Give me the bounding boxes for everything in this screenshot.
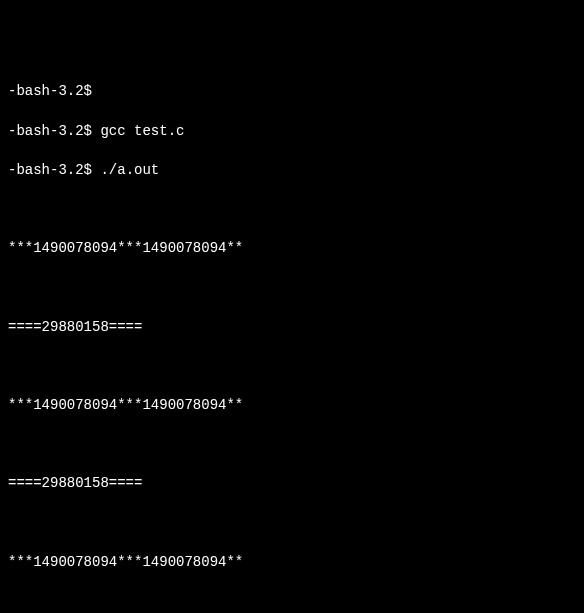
blank-line [8, 200, 576, 220]
blank-line [8, 592, 576, 612]
command-run: ./a.out [100, 162, 159, 178]
output-line-b: ====29880158==== [8, 474, 576, 494]
blank-line [8, 357, 576, 377]
prompt-line-run: -bash-3.2$ ./a.out [8, 161, 576, 181]
command-compile: gcc test.c [100, 123, 184, 139]
prompt-line-compile: -bash-3.2$ gcc test.c [8, 122, 576, 142]
output-line-b: ====29880158==== [8, 318, 576, 338]
blank-line [8, 278, 576, 298]
output-line-a: ***1490078094***1490078094** [8, 396, 576, 416]
blank-line [8, 513, 576, 533]
prompt: -bash-3.2$ [8, 162, 92, 178]
output-line-a: ***1490078094***1490078094** [8, 553, 576, 573]
blank-line [8, 435, 576, 455]
output-line-a: ***1490078094***1490078094** [8, 239, 576, 259]
prompt: -bash-3.2$ [8, 123, 92, 139]
prompt-line-empty: -bash-3.2$ [8, 82, 576, 102]
prompt: -bash-3.2$ [8, 83, 92, 99]
